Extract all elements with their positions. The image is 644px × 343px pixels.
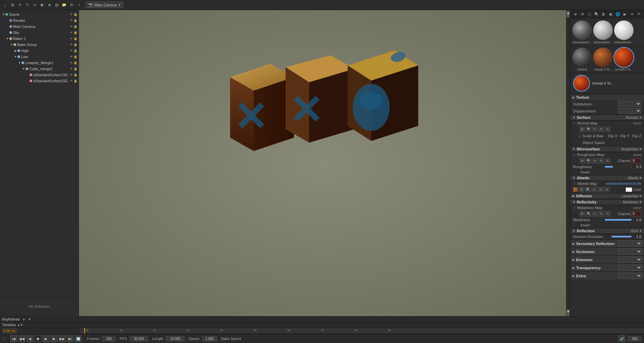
tree-item-render[interactable]: Render 👁🔒 [0,17,79,23]
vscroll-down[interactable]: ▼ [566,309,570,316]
swatch-unreal2[interactable]: Unreal 4 Te... [614,48,634,71]
section-extra[interactable]: ▶ Extra: [570,272,644,280]
roughness-type-dropdown[interactable]: ▼ [639,147,642,151]
albedo-color-swatch[interactable] [626,187,632,192]
icon-folder[interactable]: 📁 [61,2,67,8]
lock-low[interactable]: 🔒 [74,55,77,58]
eye-mat1[interactable]: 👁 [70,73,73,77]
tree-arrow-low[interactable]: ▼ [13,55,17,58]
btn-albedo-settings[interactable]: ⚙ [579,187,584,192]
diffusion-dropdown[interactable]: ▼ [639,194,642,198]
input-frames[interactable] [102,336,116,341]
lock-lowpoly[interactable]: 🔒 [74,61,77,64]
viewport-vscroll[interactable]: ▲ ▼ [566,10,570,316]
tree-item-bake-group[interactable]: ▼ Bake Group 👁🔒 [0,42,79,48]
eye-bakegroup[interactable]: 👁 [70,43,73,46]
value-channel-metalness[interactable]: R [631,211,641,216]
lock-mat1[interactable]: 🔒 [74,73,77,77]
btn-metalness-refresh[interactable]: ↻ [599,211,604,216]
btn-metalness-search[interactable]: 🔍 [586,211,591,216]
eye-camera[interactable]: 👁 [70,25,73,28]
btn-tl-next-frame[interactable]: ▶ [51,335,57,342]
icon-expand-right[interactable]: ⇱ [636,11,642,17]
icon-trash-right[interactable]: 🗑 [601,11,606,17]
tl-arrow-up[interactable]: ▲ [23,317,26,321]
btn-tl-prev-key[interactable]: |◀ [10,335,17,342]
input-loop-count[interactable] [628,336,641,341]
icon-settings[interactable]: ⚙ [579,11,585,17]
btn-normal-search[interactable]: 🔍 [586,127,591,132]
select-extra[interactable] [618,273,642,279]
current-time-display[interactable]: 0:00.01 [2,328,17,334]
btn-tl-record[interactable]: ⏺ [35,335,41,342]
btn-tl-next[interactable]: ▶▶ [59,335,66,342]
swatch-white[interactable]: aiStandardS... [614,20,634,44]
swatch-default[interactable]: Default [572,48,592,71]
btn-normal-settings[interactable]: ⚙ [579,127,585,132]
btn-roughness-search[interactable]: 🔍 [586,158,591,163]
tree-arrow-lowpoly[interactable]: ▼ [17,61,22,64]
btn-tl-loop[interactable]: 🔄 [75,335,82,342]
tree-item-mat2[interactable]: aiStandardSurface2SG 👁🔒 [0,78,79,84]
lock-scene[interactable]: 🔒 [74,13,77,16]
normals-dropdown[interactable]: ▼ [639,116,642,119]
input-fps[interactable] [130,336,148,341]
icon-camera-tool[interactable]: ◉ [39,2,45,8]
metalness-bar[interactable] [605,219,632,221]
input-length[interactable] [166,336,184,341]
tree-item-high[interactable]: ▶ High 👁🔒 [0,48,79,54]
section-secondary-reflection[interactable]: ▶ Secondary Reflection: [570,239,644,247]
albedo-type-dropdown[interactable]: ▼ [639,176,642,180]
section-microsurface[interactable]: ▼ Microsurface Roughness ▼ [570,146,644,152]
icon-close-right[interactable]: ✕ [629,11,635,17]
lock-baker1[interactable]: 🔒 [74,37,77,40]
btn-metalness-settings[interactable]: ⚙ [579,211,585,216]
select-emissive[interactable] [618,257,642,262]
icon-rotate[interactable]: ↻ [24,2,30,8]
roughness-bar[interactable] [605,166,632,168]
lock-camera[interactable]: 🔒 [74,25,77,28]
swatch-unreal1[interactable]: Unreal 4 Te... [593,48,613,71]
eye-high[interactable]: 👁 [70,49,73,52]
eye-cubemerge[interactable]: 👁 [70,67,73,70]
tree-item-mat1[interactable]: aiStandardSurface1SG 👁🔒 [0,72,79,78]
swatch-silver[interactable]: aiStandardS... [593,20,613,44]
tree-arrow-cubemerge[interactable]: ▼ [22,67,26,70]
icon-bake-right[interactable]: ◉ [608,11,613,17]
section-texture[interactable]: ▶ Texture [570,94,644,100]
section-diffusion[interactable]: ▶ Diffusion Lambertian ▼ [570,193,644,199]
tree-item-baker1[interactable]: ▼ Baker 1 👁🔒 [0,36,79,42]
icon-globe[interactable]: 🌐 [615,11,621,17]
tree-item-main-camera[interactable]: Main Camera 👁🔒 [0,23,79,30]
icon-render-right[interactable]: ▶ [622,11,628,17]
eye-low[interactable]: 👁 [70,55,73,58]
section-emissive[interactable]: ▶ Emissive: [570,255,644,263]
value-albedo-map[interactable]: aiStandardSurface1SG.Ba [606,182,641,185]
tl-timeline-arrow2[interactable]: ▼ [20,323,23,327]
tree-item-cube-merge1[interactable]: ▼ Cube_merge1 👁🔒 [0,66,79,72]
lock-mat2[interactable]: 🔒 [74,79,77,83]
icon-duplicate[interactable]: ⧉ [69,2,75,8]
select-subdivision[interactable] [618,101,641,107]
tree-arrow-high[interactable]: ▶ [13,49,17,52]
value-channel-r[interactable]: R [631,158,641,163]
tree-arrow-scene[interactable]: ▼ [1,13,5,16]
tree-arrow-bakegroup[interactable]: ▼ [9,43,13,46]
viewport[interactable]: ✕ ✕ ▲ ▼ [79,10,570,316]
reflectivity-dropdown[interactable]: ▼ [639,200,642,204]
icon-layer[interactable]: ▤ [54,2,60,8]
btn-tl-next-key[interactable]: ▶| [67,335,74,342]
eye-lowpoly[interactable]: 👁 [70,61,73,64]
select-occlusion[interactable] [618,249,642,254]
tree-item-low[interactable]: ▼ Low 👁🔒 [0,54,79,60]
btn-roughness-clear[interactable]: ✕ [605,158,610,163]
reflection-dropdown[interactable]: ▼ [639,229,642,233]
tl-arrow-down[interactable]: ▼ [28,317,31,321]
icon-grid[interactable]: ⊞ [9,2,15,8]
input-speed[interactable] [202,336,217,341]
camera-selector[interactable]: 📷 Main Camera ▼ [86,2,123,8]
lock-sky[interactable]: 🔒 [74,31,77,34]
eye-render[interactable]: 👁 [70,19,73,22]
section-surface[interactable]: ▼ Surface Normals ▼ [570,114,644,120]
lock-high[interactable]: 🔒 [74,49,77,52]
